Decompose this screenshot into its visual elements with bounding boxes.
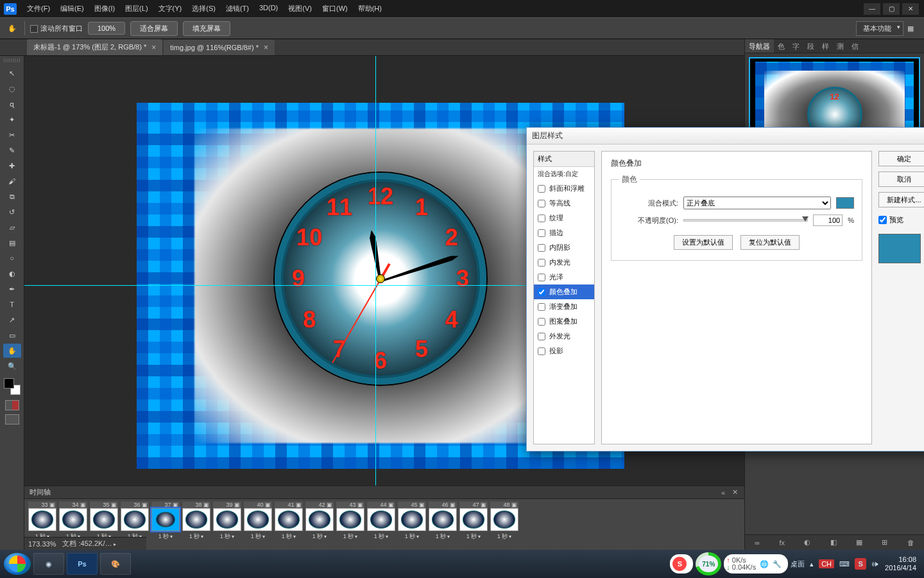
tool-stamp[interactable]: ⧉ [3, 189, 21, 204]
style-item[interactable]: 内发光 [534, 255, 594, 270]
new-style-button[interactable]: 新建样式... [878, 192, 924, 207]
fill-screen-button[interactable]: 填充屏幕 [183, 21, 230, 36]
style-checkbox[interactable] [538, 259, 545, 267]
tool-type[interactable]: T [3, 297, 21, 311]
panel-tab[interactable]: 字 [789, 39, 803, 53]
blend-mode-select[interactable]: 正片叠底 [683, 197, 831, 209]
timeline-collapse-icon[interactable]: « [719, 488, 728, 497]
style-checkbox[interactable] [538, 318, 545, 326]
opacity-slider[interactable] [683, 219, 808, 222]
styles-header[interactable]: 样式 [534, 152, 594, 167]
overlay-color-swatch[interactable] [836, 197, 854, 209]
style-checkbox[interactable] [538, 333, 545, 340]
start-button[interactable] [4, 553, 31, 575]
net-speed-pill[interactable]: ↑ 0K/s↓ 0.04K/s 🌐 🔧 [724, 554, 788, 574]
desktop-button[interactable]: 桌面 [791, 559, 805, 569]
quickmask-toggle[interactable] [5, 400, 19, 410]
menu-图层[interactable]: 图层(L) [120, 1, 153, 16]
ime-indicator[interactable]: CH [819, 559, 834, 568]
menu-3D[interactable]: 3D(D) [254, 1, 283, 16]
panel-grip[interactable] [4, 58, 21, 62]
tool-eyedrop[interactable]: ✎ [3, 143, 21, 157]
layers-footer-icon[interactable]: ∞ [755, 539, 760, 547]
style-checkbox[interactable] [538, 288, 545, 296]
layers-footer-icon[interactable]: ◧ [830, 538, 837, 547]
timeline-frame[interactable]: 45 ▣1 秒 [398, 502, 426, 541]
tool-marquee[interactable]: ◌ [3, 82, 21, 96]
panel-tab[interactable]: 样 [818, 39, 833, 53]
action-center-icon[interactable]: 🕪 [871, 560, 878, 568]
menu-图像[interactable]: 图像(I) [89, 1, 120, 16]
sogou-tray-icon[interactable]: S [855, 558, 866, 570]
tool-wand[interactable]: ✦ [3, 112, 21, 127]
opacity-input[interactable] [813, 215, 843, 226]
system-tray[interactable]: 桌面 ▴ CH ⌨ S 🕪 [791, 558, 878, 570]
taskbar-clock[interactable]: 16:08 2016/4/14 [881, 556, 920, 572]
style-checkbox[interactable] [538, 215, 545, 222]
screen-mode-toggle[interactable] [5, 414, 19, 425]
tool-move[interactable]: ↖ [3, 66, 21, 80]
tool-brush[interactable]: 🖌 [3, 174, 21, 188]
scroll-all-checkbox[interactable]: 滚动所有窗口 [30, 24, 83, 33]
reset-default-button[interactable]: 复位为默认值 [740, 235, 800, 250]
panel-tab[interactable]: 段 [803, 39, 818, 53]
menu-编辑[interactable]: 编辑(E) [55, 1, 89, 16]
timeline-frame[interactable]: 33 ▣1 秒 [28, 502, 56, 541]
timeline-frame[interactable]: 36 ▣1 秒 [121, 502, 149, 541]
tool-gradient[interactable]: ▤ [3, 236, 21, 250]
menu-窗口[interactable]: 窗口(W) [317, 1, 353, 16]
doc-info-readout[interactable]: 文档 :452.2K/… [62, 539, 116, 548]
timeline-frame[interactable]: 35 ▣1 秒 [90, 502, 118, 541]
window-minimize[interactable]: — [864, 3, 880, 15]
sogou-capsule[interactable]: S [670, 554, 693, 574]
tool-hand[interactable]: ✋ [3, 344, 21, 358]
style-checkbox[interactable] [538, 347, 545, 355]
menu-滤镜[interactable]: 滤镜(T) [221, 1, 254, 16]
tool-path[interactable]: ↗ [3, 313, 21, 327]
timeline-frame[interactable]: 34 ▣1 秒 [59, 502, 87, 541]
window-close[interactable]: ✕ [902, 3, 919, 15]
timeline-frame[interactable]: 41 ▣1 秒 [275, 502, 303, 541]
layers-footer-icon[interactable]: ◐ [804, 538, 810, 547]
taskbar-photoshop[interactable]: Ps [67, 553, 98, 575]
style-item[interactable]: 渐变叠加 [534, 299, 594, 314]
timeline-frame[interactable]: 40 ▣1 秒 [244, 502, 272, 541]
close-icon[interactable]: × [151, 43, 156, 52]
layers-footer-icon[interactable]: ⊞ [882, 538, 887, 547]
cc-bar-icon[interactable]: ▦ [907, 24, 919, 33]
zoom-100-button[interactable]: 100% [88, 22, 125, 35]
taskbar-app-1[interactable]: ◉ [33, 553, 64, 575]
workspace-dropdown[interactable]: 基本功能 [856, 21, 903, 36]
style-checkbox[interactable] [538, 303, 545, 311]
preview-checkbox[interactable]: 预览 [878, 215, 924, 225]
cancel-button[interactable]: 取消 [878, 171, 924, 187]
style-item[interactable]: 内阴影 [534, 240, 594, 255]
window-maximize[interactable]: ▢ [883, 3, 900, 15]
menu-选择[interactable]: 选择(S) [187, 1, 221, 16]
timeline-frame[interactable]: 43 ▣1 秒 [336, 502, 364, 541]
style-checkbox[interactable] [538, 274, 545, 281]
tool-eraser[interactable]: ▱ [3, 220, 21, 234]
style-checkbox[interactable] [538, 244, 545, 252]
tool-lasso[interactable]: ɋ [3, 97, 21, 111]
panel-tab[interactable]: 测 [833, 39, 848, 53]
set-default-button[interactable]: 设置为默认值 [674, 235, 733, 250]
timeline-title[interactable]: 时间轴 [30, 487, 51, 497]
style-item[interactable]: 投影 [534, 344, 594, 358]
tool-blur[interactable]: ○ [3, 251, 21, 265]
style-item[interactable]: 外发光 [534, 329, 594, 344]
style-item[interactable]: 描边 [534, 225, 594, 240]
tool-dodge[interactable]: ◐ [3, 267, 21, 281]
layers-footer-icon[interactable]: ▦ [856, 538, 862, 547]
taskbar-paint[interactable]: 🎨 [100, 553, 131, 575]
style-item[interactable]: 斜面和浮雕 [534, 181, 594, 196]
menu-文字[interactable]: 文字(Y) [153, 1, 187, 16]
style-checkbox[interactable] [538, 200, 545, 207]
panel-tab[interactable]: 信 [848, 39, 862, 53]
cpu-badge[interactable]: 71% [696, 552, 721, 575]
timeline-frame[interactable]: 48 ▣1 秒 [490, 502, 518, 541]
menu-视图[interactable]: 视图(V) [283, 1, 317, 16]
layers-footer-icon[interactable]: 🗑 [907, 539, 914, 547]
panel-tab[interactable]: 色 [774, 39, 789, 53]
dialog-titlebar[interactable]: 图层样式 [527, 128, 924, 144]
